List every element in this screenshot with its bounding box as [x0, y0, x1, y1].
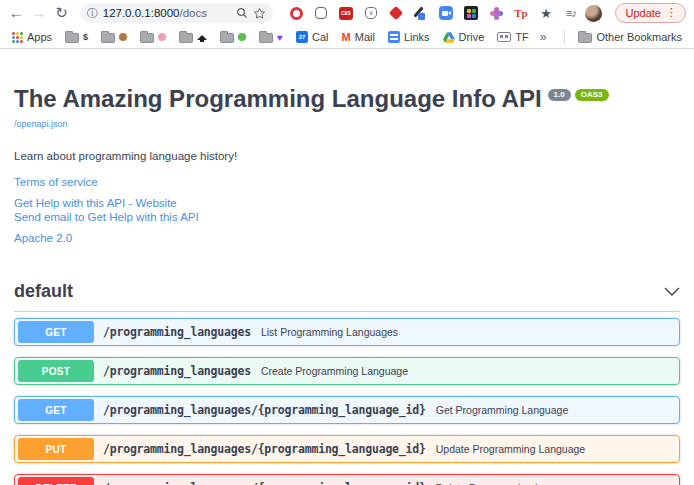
- url-text[interactable]: 127.0.0.1:8000/docs: [103, 7, 231, 19]
- endpoint-path: /programming_languages/{programming_lang…: [103, 442, 426, 456]
- drive-icon: [443, 32, 455, 43]
- oas3-badge: OAS3: [575, 89, 609, 101]
- chat-bubble-icon[interactable]: [314, 6, 329, 21]
- bookmark-folder-horse[interactable]: [97, 31, 131, 43]
- terms-of-service-link[interactable]: Terms of service: [14, 176, 680, 188]
- endpoint-summary: Update Programming Language: [436, 443, 585, 455]
- dollar-icon: $: [83, 32, 88, 42]
- bookmark-drive[interactable]: Drive: [439, 31, 489, 43]
- tp-icon[interactable]: Tp: [514, 6, 529, 21]
- bookmark-tf[interactable]: TF: [493, 31, 532, 43]
- cbs-icon[interactable]: CBS: [339, 6, 354, 21]
- endpoint-get-list[interactable]: GET /programming_languages List Programm…: [14, 318, 680, 346]
- api-links: Terms of service Get Help with this API …: [14, 176, 680, 244]
- endpoint-summary: Create Programming Language: [261, 365, 408, 377]
- endpoint-summary: Get Programming Language: [436, 404, 569, 416]
- endpoint-path: /programming_languages: [103, 325, 251, 339]
- bookmarks-overflow-chevron[interactable]: »: [538, 30, 549, 44]
- folder-icon: [220, 33, 234, 43]
- bookmark-label: Cal: [312, 31, 329, 43]
- browser-chrome: ← → ↻ ⓘ 127.0.0.1:8000/docs CBS ∨ Tp ★: [0, 0, 694, 49]
- method-badge: POST: [18, 360, 94, 382]
- dark-star-icon[interactable]: ★: [539, 6, 554, 21]
- url-path: /docs: [179, 7, 207, 19]
- bookmark-star-icon[interactable]: [253, 7, 266, 20]
- bookmark-links[interactable]: Links: [384, 31, 434, 43]
- folder-icon: [140, 33, 154, 43]
- lizard-icon: [238, 33, 246, 41]
- forward-icon[interactable]: →: [31, 1, 48, 25]
- method-badge: GET: [18, 321, 94, 343]
- info-icon[interactable]: ⓘ: [87, 6, 98, 21]
- section-default-header[interactable]: default: [14, 281, 680, 312]
- folder-icon: [179, 33, 193, 43]
- gmail-icon: M: [342, 31, 351, 43]
- bookmark-label: Links: [404, 31, 430, 43]
- bookmark-folder-dollar[interactable]: $: [61, 31, 92, 43]
- swagger-page: The Amazing Programming Language Info AP…: [0, 85, 694, 485]
- bookmark-label: Drive: [459, 31, 485, 43]
- endpoint-path: /programming_languages/{programming_lang…: [103, 403, 426, 417]
- bookmark-folder-brain[interactable]: [136, 31, 170, 43]
- section-title: default: [14, 281, 73, 302]
- pixel-grid-icon[interactable]: [464, 6, 479, 21]
- help-email-link[interactable]: Send email to Get Help with this API: [14, 211, 680, 223]
- bookmark-folder-heart[interactable]: ♥: [255, 31, 287, 43]
- endpoint-put-update[interactable]: PUT /programming_languages/{programming_…: [14, 435, 680, 463]
- menu-dots-icon[interactable]: ⋮: [666, 6, 677, 19]
- reload-icon[interactable]: ↻: [53, 1, 70, 25]
- divider: [564, 30, 565, 44]
- extensions-row: CBS ∨ Tp ★ ≡♪: [289, 6, 579, 21]
- red-diamond-icon[interactable]: [389, 6, 404, 21]
- bookmark-folder-graduation[interactable]: [175, 31, 211, 43]
- endpoint-list: GET /programming_languages List Programm…: [14, 318, 680, 485]
- endpoint-path: /programming_languages: [103, 364, 251, 378]
- url-host: 127.0.0.1:8000: [103, 7, 180, 19]
- address-bar[interactable]: ⓘ 127.0.0.1:8000/docs: [80, 3, 273, 23]
- brain-icon: [158, 33, 166, 41]
- pocket-icon[interactable]: ∨: [364, 6, 379, 21]
- color-picker-icon[interactable]: [414, 6, 429, 21]
- bookmark-label: Apps: [27, 31, 52, 43]
- apps-grid-icon: [12, 32, 23, 43]
- chevron-down-icon[interactable]: [664, 287, 680, 296]
- tf-icon: [497, 32, 511, 42]
- back-icon[interactable]: ←: [8, 1, 25, 25]
- help-website-link[interactable]: Get Help with this API - Website: [14, 197, 680, 209]
- folder-icon: [578, 33, 592, 43]
- purple-heart-icon: ♥: [277, 32, 283, 43]
- flower-icon[interactable]: [489, 6, 504, 21]
- api-description: Learn about programming language history…: [14, 150, 680, 162]
- other-bookmarks[interactable]: Other Bookmarks: [574, 31, 686, 43]
- profile-avatar[interactable]: [585, 5, 602, 22]
- graduation-cap-icon: [197, 35, 207, 40]
- bookmark-apps[interactable]: Apps: [8, 31, 56, 43]
- bookmark-mail[interactable]: M Mail: [338, 31, 379, 43]
- onetab-icon[interactable]: [289, 6, 304, 21]
- method-badge: PUT: [18, 438, 94, 460]
- openapi-spec-link[interactable]: /openapi.json: [14, 119, 68, 129]
- folder-icon: [101, 33, 115, 43]
- bookmark-folder-lizard[interactable]: [216, 31, 250, 43]
- bookmark-label: TF: [515, 31, 528, 43]
- method-badge: DELETE: [18, 477, 94, 485]
- bookmark-label: Mail: [355, 31, 375, 43]
- update-button[interactable]: Update ⋮: [615, 3, 686, 23]
- playlist-icon[interactable]: ≡♪: [564, 6, 579, 21]
- other-bookmarks-label: Other Bookmarks: [596, 31, 682, 43]
- bookmark-cal[interactable]: 27 Cal: [292, 31, 333, 43]
- method-badge: GET: [18, 399, 94, 421]
- api-title-row: The Amazing Programming Language Info AP…: [14, 85, 680, 113]
- zoom-meeting-icon[interactable]: [439, 6, 454, 21]
- api-info: The Amazing Programming Language Info AP…: [14, 85, 680, 244]
- endpoint-delete[interactable]: DELETE /programming_languages/{programmi…: [14, 474, 680, 485]
- bookmarks-bar: Apps $ ♥ 27 Cal M Mail Links Drive TF »: [0, 26, 694, 48]
- license-link[interactable]: Apache 2.0: [14, 232, 680, 244]
- page-title: The Amazing Programming Language Info AP…: [14, 85, 542, 113]
- endpoint-get-one[interactable]: GET /programming_languages/{programming_…: [14, 396, 680, 424]
- folder-icon: [259, 33, 273, 43]
- zoom-search-icon[interactable]: [236, 7, 248, 19]
- endpoint-path: /programming_languages/{programming_lang…: [103, 481, 426, 485]
- endpoint-summary: List Programming Languages: [261, 326, 398, 338]
- endpoint-post-create[interactable]: POST /programming_languages Create Progr…: [14, 357, 680, 385]
